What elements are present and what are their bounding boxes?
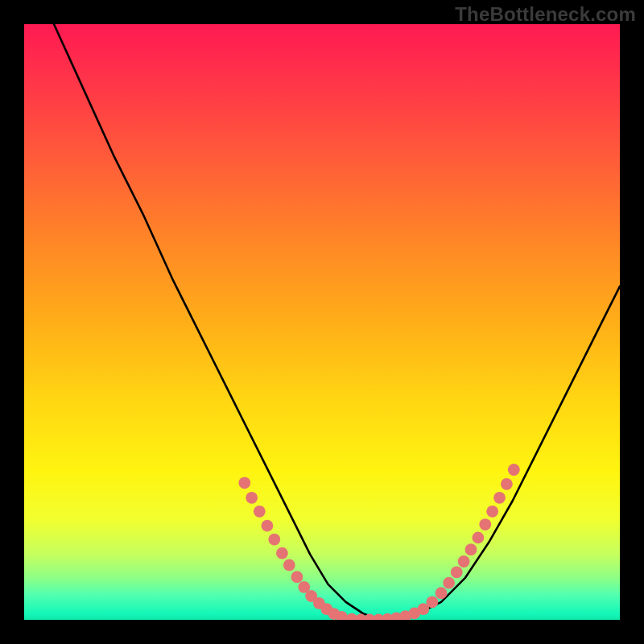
data-dot <box>501 478 513 490</box>
data-dot <box>283 559 295 572</box>
data-dot <box>458 555 470 568</box>
data-dot <box>276 547 288 559</box>
data-dot <box>451 566 463 578</box>
data-dot <box>436 587 448 599</box>
data-dot <box>291 571 303 583</box>
data-dot <box>465 543 477 555</box>
data-dot <box>254 506 266 518</box>
data-dot <box>238 477 250 489</box>
data-dot <box>427 596 439 608</box>
plot-area <box>24 24 620 620</box>
data-dot <box>268 534 280 546</box>
dot-layer <box>238 464 519 620</box>
watermark-text: TheBottleneck.com <box>455 3 636 26</box>
data-dot <box>486 506 498 518</box>
chart-frame: TheBottleneck.com <box>0 0 644 644</box>
data-dot <box>479 518 491 530</box>
data-dot <box>472 531 484 543</box>
data-dot <box>493 492 506 504</box>
chart-svg <box>24 24 620 620</box>
data-dot <box>246 492 258 504</box>
curve-line <box>54 24 620 620</box>
data-dot <box>262 520 274 532</box>
data-dot <box>508 464 520 476</box>
data-dot <box>443 577 455 589</box>
